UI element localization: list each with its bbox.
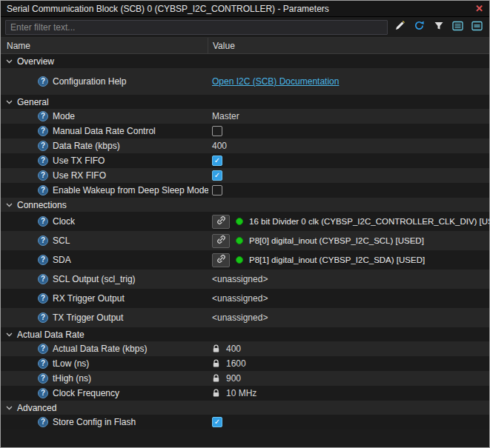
param-label: tLow (ns) (53, 358, 89, 369)
connection-select-button[interactable] (212, 253, 230, 267)
section-row-connections[interactable]: Connections (1, 198, 489, 212)
filter-button[interactable] (431, 19, 446, 35)
param-row-thigh-ns[interactable]: ?tHigh (ns)900 (1, 371, 489, 386)
section-label: General (17, 97, 49, 107)
chevron-down-icon[interactable] (6, 332, 13, 337)
collapse-all-icon (471, 21, 483, 34)
param-label: TX Trigger Output (53, 312, 123, 323)
section-row-general[interactable]: General (1, 95, 489, 109)
connection-text: 16 bit Divider 0 clk (CYBSP_I2C_CONTROLL… (249, 217, 489, 226)
param-row-actual-data-rate-kbps[interactable]: ?Actual Data Rate (kbps)400 (1, 341, 489, 356)
param-value-cell: ✓ (208, 417, 489, 427)
use-rx-fifo-checkbox[interactable]: ✓ (212, 170, 222, 181)
lock-icon (212, 359, 220, 368)
param-row-configuration-help[interactable]: ?Configuration HelpOpen I2C (SCB) Docume… (1, 68, 489, 95)
help-icon: ? (38, 156, 48, 166)
value-text[interactable]: 400 (212, 141, 227, 151)
connection-select-button[interactable] (212, 215, 230, 229)
param-label: Data Rate (kbps) (53, 141, 120, 151)
param-row-tlow-ns[interactable]: ?tLow (ns)1600 (1, 356, 489, 371)
expand-all-button[interactable] (450, 19, 466, 35)
param-label: Enable Wakeup from Deep Sleep Mode (53, 185, 208, 195)
documentation-link[interactable]: Open I2C (SCB) Documentation (212, 76, 339, 87)
use-tx-fifo-checkbox[interactable]: ✓ (212, 156, 222, 166)
enable-wakeup-from-deep-sleep-mode-checkbox[interactable] (212, 185, 222, 195)
help-icon: ? (38, 126, 48, 136)
filter-input[interactable] (5, 20, 388, 35)
param-label: Actual Data Rate (kbps) (53, 344, 147, 354)
help-icon: ? (38, 358, 48, 369)
param-row-scl[interactable]: ?SCLP8[0] digital_inout (CYBSP_I2C_SCL) … (1, 231, 489, 250)
param-value-cell (208, 126, 489, 136)
param-row-mode[interactable]: ?ModeMaster (1, 109, 489, 124)
param-value-cell: 400 (208, 141, 489, 151)
help-icon: ? (38, 274, 48, 284)
window-title: Serial Communication Block (SCB) 0 (CYBS… (7, 4, 329, 14)
param-row-clock[interactable]: ?Clock16 bit Divider 0 clk (CYBSP_I2C_CO… (1, 212, 489, 231)
param-row-data-rate-kbps[interactable]: ?Data Rate (kbps)400 (1, 138, 489, 153)
param-row-sda[interactable]: ?SDAP8[1] digital_inout (CYBSP_I2C_SDA) … (1, 250, 489, 270)
param-row-use-rx-fifo[interactable]: ?Use RX FIFO✓ (1, 168, 489, 183)
param-name-cell: ?Mode (1, 111, 208, 121)
value-text[interactable]: <unassigned> (212, 312, 268, 323)
param-row-clock-frequency[interactable]: ?Clock Frequency10 MHz (1, 386, 489, 401)
section-label: Actual Data Rate (17, 330, 85, 340)
help-icon: ? (38, 185, 48, 195)
value-text[interactable]: <unassigned> (212, 293, 268, 304)
value-text: 1600 (226, 358, 246, 369)
param-name-cell: ?Use TX FIFO (1, 156, 208, 166)
param-name-cell: ?tHigh (ns) (1, 373, 208, 384)
chevron-down-icon[interactable] (6, 59, 13, 64)
store-config-in-flash-checkbox[interactable]: ✓ (212, 417, 222, 427)
param-row-tx-trigger-output[interactable]: ?TX Trigger Output<unassigned> (1, 308, 489, 327)
chevron-down-icon[interactable] (6, 100, 13, 104)
edit-filter-button[interactable] (392, 19, 408, 35)
help-icon: ? (38, 111, 48, 121)
param-label: Use TX FIFO (53, 156, 105, 166)
help-icon: ? (38, 76, 48, 87)
param-label: SCL Output (scl_trig) (53, 274, 136, 284)
param-value-cell: 900 (208, 373, 489, 384)
param-name-cell: ?tLow (ns) (1, 358, 208, 369)
manual-data-rate-control-checkbox[interactable] (212, 126, 222, 136)
refresh-icon (414, 20, 425, 34)
collapse-all-button[interactable] (469, 19, 485, 35)
param-row-store-config-in-flash[interactable]: ?Store Config in Flash✓ (1, 415, 489, 429)
help-icon: ? (38, 170, 48, 181)
param-value-cell: Open I2C (SCB) Documentation (208, 76, 489, 87)
titlebar: Serial Communication Block (SCB) 0 (CYBS… (1, 1, 489, 17)
param-name-cell: ?Data Rate (kbps) (1, 141, 208, 151)
status-dot-green (236, 256, 243, 264)
param-label: SDA (53, 255, 71, 265)
column-header-value[interactable]: Value (208, 38, 489, 53)
chevron-down-icon[interactable] (6, 203, 13, 207)
param-row-enable-wakeup-from-deep-sleep-mode[interactable]: ?Enable Wakeup from Deep Sleep Mode (1, 183, 489, 198)
value-text: 10 MHz (226, 388, 256, 398)
param-value-cell: 1600 (208, 358, 489, 369)
section-row-overview[interactable]: Overview (1, 54, 489, 68)
column-header-name[interactable]: Name (1, 38, 208, 53)
connection-select-button[interactable] (212, 234, 230, 248)
link-icon (216, 235, 226, 247)
chevron-down-icon[interactable] (6, 406, 13, 410)
param-name-cell: ?Actual Data Rate (kbps) (1, 344, 208, 354)
close-button[interactable]: ✕ (475, 4, 483, 13)
section-row-actual-data-rate[interactable]: Actual Data Rate (1, 327, 489, 341)
help-icon: ? (38, 141, 48, 151)
param-row-scl-output-scl-trig[interactable]: ?SCL Output (scl_trig)<unassigned> (1, 270, 489, 289)
value-text[interactable]: Master (212, 111, 239, 121)
param-value-cell: <unassigned> (208, 274, 489, 284)
expand-all-icon (452, 21, 463, 34)
status-dot-green (236, 218, 243, 225)
param-row-manual-data-rate-control[interactable]: ?Manual Data Rate Control (1, 124, 489, 138)
refresh-button[interactable] (411, 19, 427, 35)
toolbar-buttons (392, 19, 485, 35)
param-row-use-tx-fifo[interactable]: ?Use TX FIFO✓ (1, 153, 489, 168)
value-text: 400 (226, 344, 241, 354)
value-text[interactable]: <unassigned> (212, 274, 268, 284)
connection-text: P8[0] digital_inout (CYBSP_I2C_SCL) [USE… (249, 236, 424, 245)
help-icon: ? (38, 388, 48, 398)
param-name-cell: ?RX Trigger Output (1, 293, 208, 304)
section-row-advanced[interactable]: Advanced (1, 401, 489, 415)
param-row-rx-trigger-output[interactable]: ?RX Trigger Output<unassigned> (1, 289, 489, 308)
